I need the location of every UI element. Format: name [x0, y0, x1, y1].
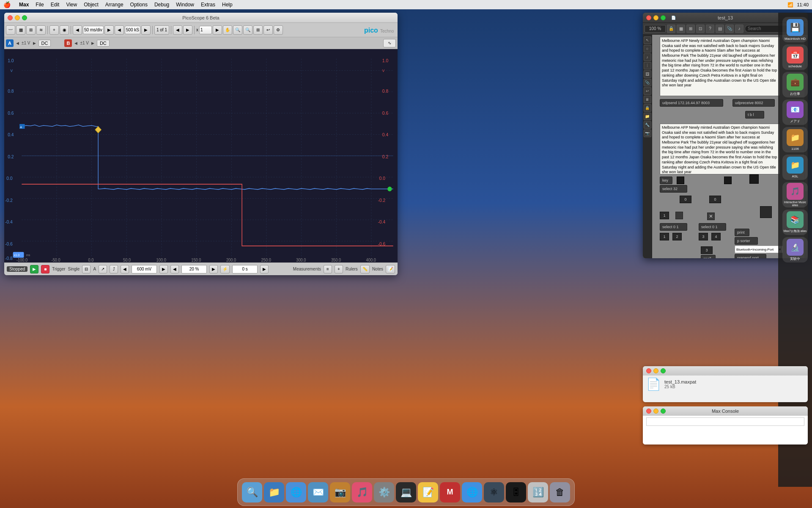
dock-music[interactable]: 🎵 — [352, 482, 372, 502]
max-minimize-button[interactable] — [653, 15, 658, 20]
sidebar-email[interactable]: 📧 メアド — [782, 99, 808, 125]
pct-input[interactable] — [181, 265, 207, 273]
max-grid-btn[interactable]: ⊞ — [686, 25, 695, 33]
preview-max[interactable] — [661, 368, 666, 373]
waveform-btn[interactable]: 〰 — [6, 25, 15, 35]
undo-btn[interactable]: ↩ — [263, 25, 273, 35]
console-max[interactable] — [661, 409, 666, 414]
num-box-3[interactable]: 3 — [701, 246, 713, 254]
zoom-in-btn[interactable]: 🔍 — [233, 25, 242, 35]
sidebar-folder-icon[interactable]: 📁 — [644, 113, 651, 120]
channel-b-label[interactable]: B — [64, 39, 72, 47]
max-snap-btn[interactable]: ⊡ — [696, 25, 705, 33]
sidebar-arrow-icon[interactable]: ↖ — [644, 36, 651, 44]
math-btn[interactable]: ∿ — [383, 39, 396, 47]
dock-files[interactable]: 📁 — [264, 482, 284, 502]
zoom-input[interactable] — [645, 25, 666, 33]
sidebar-work[interactable]: 💼 お仕事 — [782, 72, 808, 97]
menu-window[interactable]: Window — [176, 2, 194, 8]
dock-chrome[interactable]: 🌐 — [462, 482, 482, 502]
sidebar-1106[interactable]: 📁 1106 — [782, 127, 808, 152]
sidebar-circle-icon[interactable]: ○ — [644, 45, 651, 52]
sidebar-max7[interactable]: 📚 Max7お勉強 alias — [782, 210, 808, 235]
trigger-advanced-btn[interactable]: ⚡ — [220, 265, 230, 273]
menu-object[interactable]: Object — [84, 2, 99, 8]
sidebar-undo-icon[interactable]: ↩ — [644, 87, 651, 95]
delay-right[interactable]: ▶ — [260, 265, 269, 273]
trigger-dir-btn[interactable]: ↗ — [99, 265, 107, 273]
rulers-icon-btn[interactable]: 📏 — [360, 265, 370, 273]
prev-timebase[interactable]: ◀ — [73, 25, 82, 35]
prev-pct[interactable]: ◀ — [170, 265, 179, 273]
bar-btn[interactable]: ▦ — [16, 25, 25, 35]
dock-trash[interactable]: 🗑 — [550, 482, 570, 502]
measurements-btn[interactable]: ≡ — [324, 265, 332, 273]
sidebar-asl[interactable]: 📁 ASL — [782, 155, 808, 180]
max-ann-btn[interactable]: ▤ — [716, 25, 724, 33]
next-mv[interactable]: ▶ — [159, 265, 168, 273]
close-button[interactable] — [8, 15, 13, 20]
console-close[interactable] — [646, 409, 651, 414]
next-sr[interactable]: ▶ — [141, 25, 151, 35]
preview-close[interactable] — [646, 368, 651, 373]
notes-label[interactable]: Notes — [372, 267, 383, 271]
menu-view[interactable]: View — [66, 2, 77, 8]
menu-max[interactable]: Max — [19, 2, 29, 8]
samplerate-select[interactable]: 500 kS — [125, 26, 140, 34]
dock-safari[interactable]: 🌐 — [286, 482, 306, 502]
prev-mv[interactable]: ◀ — [121, 265, 129, 273]
rulers-label[interactable]: Rulers — [346, 267, 358, 271]
channel-a-next[interactable]: ▶ — [33, 41, 36, 45]
sidebar-schedule[interactable]: 📅 schedule — [782, 44, 808, 70]
notes-icon-btn[interactable]: 📝 — [386, 265, 395, 273]
sidebar-macintosh-hd[interactable]: 💾 Macintosh HD — [782, 17, 808, 42]
num-box-1[interactable]: 1 — [660, 212, 669, 219]
stop-button[interactable]: ■ — [41, 265, 49, 273]
minimize-button[interactable] — [15, 15, 20, 20]
sidebar-experiment[interactable]: 🔬 実験中 — [782, 237, 808, 262]
zoom-fit-btn[interactable]: ⊞ — [253, 25, 263, 35]
prev-sr[interactable]: ◀ — [115, 25, 124, 35]
menu-extras[interactable]: Extras — [201, 2, 215, 8]
mv-input[interactable] — [132, 265, 157, 273]
channel-b-coupling[interactable]: DC — [97, 40, 110, 47]
dock-terminal[interactable]: 💻 — [396, 482, 416, 502]
dock-calculator[interactable]: 🔢 — [528, 482, 548, 502]
channel-b-next[interactable]: ▶ — [91, 41, 94, 45]
play-button[interactable]: ▶ — [30, 265, 38, 273]
menu-help[interactable]: Help — [222, 2, 233, 8]
measurements-label[interactable]: Measurements — [293, 267, 321, 271]
cursor-btn[interactable]: ✋ — [223, 25, 232, 35]
num-box-0-2[interactable]: 0 — [709, 196, 721, 203]
channel-b-prev[interactable]: ◀ — [74, 41, 77, 45]
next-timebase[interactable]: ▶ — [104, 25, 114, 35]
x-input[interactable] — [199, 26, 212, 34]
sidebar-image-icon[interactable]: 🖼 — [644, 70, 651, 78]
dock-photos[interactable]: 📷 — [330, 482, 350, 502]
out-1[interactable]: 1 — [660, 233, 669, 240]
spectrum-btn[interactable]: ≋ — [36, 25, 46, 35]
console-input[interactable] — [646, 417, 804, 426]
maximize-button[interactable] — [22, 15, 27, 20]
sidebar-clip-icon[interactable]: 📎 — [644, 79, 651, 86]
dark-btn-2[interactable] — [749, 174, 759, 184]
apple-menu[interactable]: 🍎 — [3, 1, 11, 8]
dock-finder[interactable]: 🔍 — [242, 482, 262, 502]
out-2[interactable]: 2 — [672, 233, 682, 240]
sidebar-tools-icon[interactable]: 🔧 — [644, 121, 651, 129]
menu-edit[interactable]: Edit — [51, 2, 60, 8]
timebase-select[interactable]: 50 ms/div — [83, 26, 104, 34]
toggle-2[interactable] — [675, 212, 683, 219]
sidebar-camera-icon[interactable]: 📷 — [644, 130, 651, 137]
dock-mail[interactable]: ✉️ — [308, 482, 328, 502]
max-present-btn[interactable]: ▦ — [677, 25, 685, 33]
sidebar-lock-icon[interactable]: 🔒 — [644, 104, 651, 112]
scope-display[interactable]: 1.0 V 0.8 0.6 0.4 0.2 0.0 -0.2 -0.4 -0.6… — [4, 49, 398, 262]
zoom-out-btn[interactable]: 🔍 — [243, 25, 252, 35]
bluetooth-port-obj[interactable]: Bluetooth+Incoming-Port ▼ — [735, 246, 783, 253]
settings-btn[interactable]: ⚙ — [274, 25, 283, 35]
sidebar-interactive-music[interactable]: 🎵 Interactive Music alias — [782, 182, 808, 207]
out-3[interactable]: 3 — [699, 233, 708, 240]
sidebar-dots-icon[interactable]: ⋮ — [644, 62, 651, 69]
dock-system-prefs[interactable]: ⚙️ — [374, 482, 394, 502]
